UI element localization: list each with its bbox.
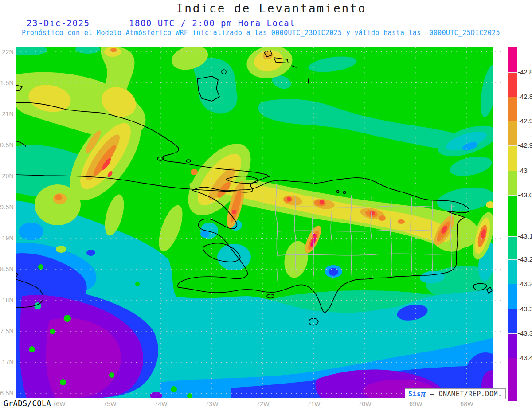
lat-label: 20N	[0, 172, 14, 180]
lon-label: 69W	[406, 400, 426, 407]
lat-label: 17N	[0, 359, 14, 366]
watermark-box: Sisπ – ONAMET/REP.DOM.	[405, 388, 506, 399]
colorbar-segment	[508, 97, 517, 121]
colorbar-segment	[508, 284, 517, 309]
grads-credit: GrADS/COLA	[4, 399, 51, 408]
colorbar-tick: -43	[518, 167, 532, 174]
lat-label: 1.5N	[0, 79, 14, 86]
colorbar-segment	[508, 171, 517, 195]
colorbar-segment	[508, 333, 517, 358]
lat-label: 18N	[0, 297, 14, 304]
colorbar-segment	[508, 195, 517, 236]
lon-label: 74W	[151, 400, 171, 407]
right-tick-dots	[495, 47, 505, 398]
colorbar-tick: -42.9	[518, 141, 532, 149]
page-title: Indice de Levantamiento	[0, 2, 532, 15]
lat-label: 21N	[0, 110, 14, 117]
lon-label: 76W	[49, 400, 69, 407]
lat-label: 22N	[0, 48, 14, 55]
colorbar-segment	[508, 358, 517, 401]
colorbar-segment	[508, 259, 517, 284]
watermark-brand: Sis	[408, 390, 421, 398]
lat-label: 0.5N	[0, 141, 14, 149]
watermark-org: – ONAMET/REP.DOM.	[426, 390, 502, 398]
colorbar-segment	[508, 47, 517, 72]
lat-label: 19N	[0, 235, 14, 242]
model-subtitle: Pronóstico con el Modelo Atmósferico WRF…	[22, 29, 500, 37]
colorbar-segment	[508, 145, 517, 171]
lon-label: 72W	[253, 400, 273, 407]
colorbar-segment	[508, 236, 517, 259]
colorbar-segment	[508, 309, 517, 333]
lat-label: 6.5N	[0, 390, 14, 397]
colorbar-tick: -42.8	[518, 93, 532, 100]
lon-label: 71W	[304, 400, 324, 407]
colorbar-tick: -43.0	[518, 191, 532, 199]
colorbar-tick: -43.4	[518, 354, 532, 361]
colorbar-tick: -43.3	[518, 329, 532, 337]
forecast-time: 1800 UTC / 2:00 pm Hora Local	[129, 18, 295, 28]
forecast-page: Indice de Levantamiento 23-Dic-2025 1800…	[0, 0, 532, 411]
lon-label: 68W	[457, 400, 477, 407]
lat-label: 8.5N	[0, 266, 14, 273]
forecast-map	[16, 47, 493, 398]
lon-label: 75W	[100, 400, 120, 407]
colorbar-tick: -42.8	[518, 68, 532, 76]
colorbar-tick: -43.2	[518, 280, 532, 287]
colorbar-tick: -43.2	[518, 255, 532, 263]
colorbar	[508, 47, 517, 401]
colorbar-tick: -43.3	[518, 305, 532, 313]
colorbar-segment	[508, 72, 517, 97]
colorbar-segment	[508, 121, 517, 145]
forecast-date: 23-Dic-2025	[27, 18, 90, 28]
colorbar-tick: -43.1	[518, 232, 532, 240]
lon-label: 73W	[202, 400, 222, 407]
lon-label: 70W	[355, 400, 375, 407]
colorbar-tick: -42.9	[518, 117, 532, 125]
pi-icon: π	[421, 389, 426, 399]
lat-label: 9.5N	[0, 204, 14, 211]
lat-label: 7.5N	[0, 328, 14, 335]
